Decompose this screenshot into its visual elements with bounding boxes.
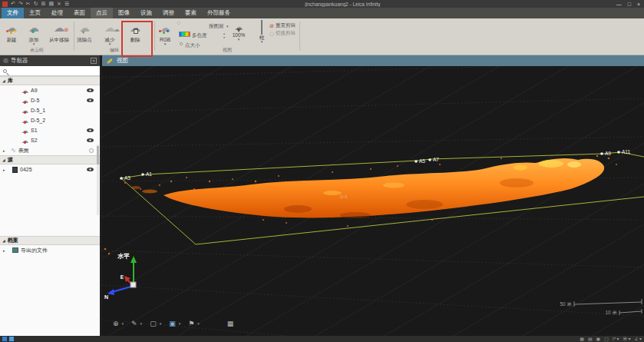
section-sources[interactable]: ◢ 源 — [0, 155, 100, 164]
capture-view-icon[interactable]: ▦ — [580, 336, 584, 342]
visibility-eye-icon[interactable] — [87, 98, 94, 102]
tab-external-services[interactable]: 外部服务 — [202, 8, 236, 18]
view-cube-icon[interactable]: ▢ — [150, 320, 157, 327]
group-label-pointcloud-group: 点云组 — [0, 47, 74, 54]
expand-triangle-icon[interactable]: ▸ — [3, 248, 5, 253]
visibility-eye-icon[interactable] — [87, 168, 94, 171]
list-icon[interactable]: ☰ — [64, 1, 69, 8]
zoom-level-dropdown[interactable]: ☁ 100% ▾ — [230, 19, 248, 42]
button-label: 重置剪辑 — [276, 22, 296, 29]
copy-view-icon[interactable]: ▤ — [588, 336, 593, 342]
chevron-down-icon[interactable]: ▾ — [197, 321, 200, 326]
tree-item-exported-files[interactable]: ▸ 导出的文件 — [0, 245, 100, 255]
tree-item-s1[interactable]: ☁ S1 — [0, 125, 100, 135]
expand-triangle-icon[interactable]: ▸ — [3, 168, 5, 172]
tab-features[interactable]: 要素 — [180, 8, 202, 18]
tree-item-s2[interactable]: ☁ S2 — [0, 135, 100, 145]
add-to-pointcloud-button[interactable]: ☁ 添加 ▾ — [21, 20, 47, 46]
tab-processing[interactable]: 处理 — [46, 8, 68, 18]
info-dropdown[interactable]: i*▾ — [613, 336, 619, 342]
pointcloud-icon: ☁ — [21, 137, 28, 144]
reset-clip-button[interactable]: ⊘ 重置剪辑 — [269, 22, 296, 29]
cut-icon[interactable]: ✂ — [26, 1, 31, 8]
clip-box-button[interactable]: 框 ▾ — [254, 21, 269, 44]
multichrome-label[interactable]: 多色度 — [192, 32, 207, 39]
tab-file[interactable]: 文件 — [2, 8, 24, 18]
visibility-eye-icon[interactable] — [87, 138, 94, 142]
expand-triangle-icon[interactable]: ▸ — [3, 148, 5, 153]
angle-dropdown[interactable]: ∠▾ — [635, 336, 642, 342]
toggle-clip-button[interactable]: ○ 切换剪辑 — [269, 30, 296, 37]
grid-toggle-icon[interactable]: ▦ — [227, 320, 234, 327]
reset-clip-icon: ⊘ — [269, 23, 274, 29]
tab-infrastructure[interactable]: 设施 — [135, 8, 157, 18]
dropdown-arrow-icon: ▾ — [21, 42, 47, 46]
report-icon[interactable]: ▤ — [48, 1, 54, 8]
tree-item-d5-2[interactable]: ☁ D-5_2 — [0, 115, 100, 125]
refresh-icon[interactable]: ↻ — [34, 1, 38, 8]
main-area: ◎ 导航器 × ◢ 库 ☁ A9 ☁ D-5 — [0, 55, 644, 336]
rgb-color-button[interactable]: ☁ RGB ▾ — [154, 20, 177, 46]
scale-50m-label: 50 米 — [560, 301, 572, 307]
section-archive[interactable]: ◢ 档案 — [0, 236, 100, 245]
chevron-down-icon[interactable]: ▾ — [122, 321, 124, 326]
tree-item-d5[interactable]: ☁ D-5 — [0, 95, 100, 105]
by-layer-dropdown[interactable]: 按图层 — [209, 23, 224, 30]
section-library[interactable]: ◢ 库 — [0, 76, 100, 85]
taskbar-app-icon[interactable] — [9, 337, 14, 341]
tree-item-d5-1[interactable]: ☁ D-5_1 — [0, 105, 100, 115]
redo-icon[interactable]: ↷ — [18, 1, 23, 8]
remove-from-pointcloud-button[interactable]: ☁ ⊘ 从中移除 — [45, 20, 74, 42]
tab-adjust[interactable]: 调整 — [157, 8, 180, 18]
section-label: 源 — [8, 156, 13, 164]
orbit-tool-icon[interactable]: ⊕ — [113, 320, 119, 327]
window-title: jinchangpankuang2 - Leica Infinity — [72, 2, 613, 7]
item-name: 0425 — [20, 167, 32, 172]
chevron-down-icon[interactable]: ▾ — [226, 24, 229, 28]
tab-pointcloud[interactable]: 点云 — [91, 8, 113, 18]
multichrome-gradient-swatch[interactable] — [179, 32, 190, 37]
close-button[interactable]: × — [637, 1, 640, 8]
window-icon[interactable]: ⊞ — [41, 1, 46, 8]
search-input[interactable] — [9, 67, 97, 75]
delete-icon[interactable]: × — [57, 1, 61, 8]
dock-toggle-icon[interactable]: × — [91, 58, 97, 64]
navigator-panel: ◎ 导航器 × ◢ 库 ☁ A9 ☁ D-5 — [0, 55, 100, 336]
chevron-down-icon[interactable]: ▾ — [140, 321, 143, 326]
tree-item-surfaces[interactable]: ▸ ∿ 表面 — [0, 145, 100, 155]
tab-home[interactable]: 主页 — [24, 8, 46, 18]
viewport-3d-canvas[interactable]: D-5 A3 A1 A5 A7 A9 A11 — [102, 66, 644, 336]
layout-view-icon[interactable]: ▢ — [604, 336, 609, 342]
tab-surface[interactable]: 表面 — [68, 8, 91, 18]
collapse-triangle-icon: ◢ — [2, 238, 5, 243]
visibility-eye-icon[interactable] — [87, 128, 94, 132]
tree-item-0425[interactable]: ▸ 0425 — [0, 164, 100, 174]
search-icon — [3, 69, 7, 73]
clip-flag-icon[interactable]: ⚑ — [188, 320, 194, 327]
point-size-radio[interactable] — [180, 42, 183, 45]
wrench-icon — [107, 58, 113, 63]
visibility-eye-icon[interactable] — [87, 88, 94, 92]
chevron-down-icon: ▾ — [254, 40, 269, 44]
tree-item-a9[interactable]: ☁ A9 — [0, 85, 100, 95]
tree-scrollbar[interactable] — [97, 144, 99, 215]
save-view-icon[interactable]: ▣ — [596, 336, 601, 342]
point-cloud: D-5 — [104, 155, 617, 254]
undo-icon[interactable]: ↶ — [11, 1, 15, 8]
taskbar-app-icon[interactable] — [2, 337, 7, 341]
units-dropdown[interactable]: 米▾ — [623, 336, 631, 342]
chevron-down-icon[interactable]: ▾ — [160, 321, 162, 326]
tab-image[interactable]: 图像 — [113, 8, 135, 18]
rgb-radio[interactable] — [177, 22, 180, 25]
marker-label: A11 — [622, 149, 630, 154]
minimize-button[interactable]: — — [616, 1, 622, 8]
maximize-button[interactable]: □ — [628, 1, 631, 8]
item-name: 表面 — [18, 147, 29, 154]
point-size-stepper[interactable]: ▴▾ — [221, 32, 227, 39]
reduce-points-button[interactable]: ☁ ☁ 减少 ▾ — [97, 20, 123, 46]
chevron-down-icon[interactable]: ▾ — [179, 321, 181, 326]
item-name: 导出的文件 — [21, 247, 48, 254]
render-mode-icon[interactable]: ▣ — [169, 320, 176, 327]
measure-tool-icon[interactable]: ✎ — [131, 320, 137, 327]
clear-points-button[interactable]: ☁ ▾ 清除点 — [71, 20, 97, 42]
